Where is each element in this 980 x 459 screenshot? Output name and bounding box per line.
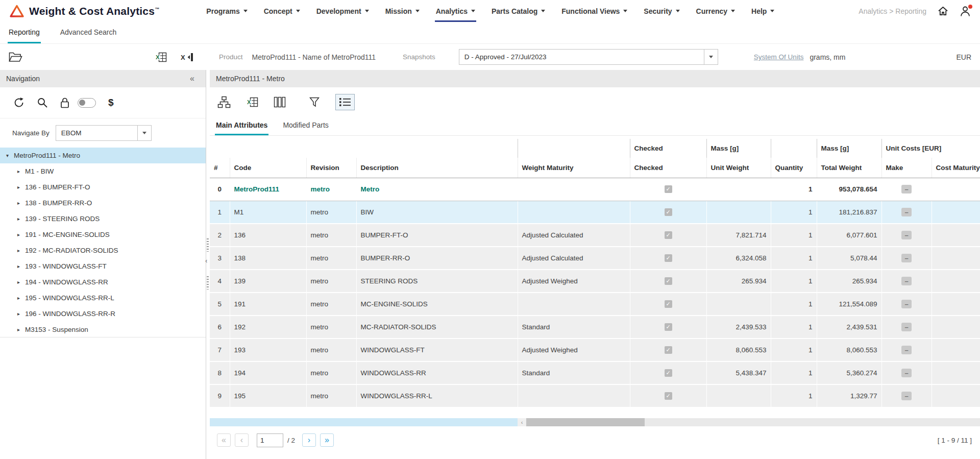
table-row[interactable]: 2 136 metro BUMPER-FT-O Adjusted Calcula… — [210, 224, 980, 247]
checked-checkbox[interactable]: ✓ — [665, 392, 672, 400]
cell-code[interactable]: M1 — [230, 201, 306, 224]
top-menu-item[interactable]: Analytics — [435, 0, 476, 22]
cell-code[interactable]: 191 — [230, 293, 306, 316]
home-button[interactable] — [938, 6, 948, 16]
table-row[interactable]: 5 191 metro MC-ENGINE-SOLIDS ✓ 1 121,554… — [210, 293, 980, 316]
last-page-button[interactable]: » — [320, 433, 334, 447]
caret-collapsed-icon[interactable]: ▸ — [17, 168, 25, 174]
table-row[interactable]: 1 M1 metro BIW ✓ 1 181,216.837 – — [210, 201, 980, 224]
hierarchy-view-button[interactable] — [216, 94, 232, 110]
make-collapse-button[interactable]: – — [901, 185, 912, 194]
top-menu-item[interactable]: Functional Views — [560, 0, 628, 22]
nav-tree-item[interactable]: ▸ 191 - MC-ENGINE-SOLIDS — [0, 227, 206, 243]
page-tab[interactable]: Advanced Search — [59, 22, 118, 43]
cell-revision[interactable]: metro — [306, 293, 356, 316]
col-header-checked[interactable]: Checked — [630, 158, 706, 178]
table-row[interactable]: 3 138 metro BUMPER-RR-O Adjusted Calcula… — [210, 247, 980, 270]
user-menu-button[interactable] — [960, 6, 971, 17]
make-collapse-button[interactable]: – — [901, 300, 912, 308]
col-header-weight-maturity[interactable]: Weight Maturity — [518, 158, 630, 178]
make-collapse-button[interactable]: – — [901, 208, 912, 216]
nav-tree-item[interactable]: ▸ 192 - MC-RADIATOR-SOLIDS — [0, 243, 206, 258]
collapse-panel-button[interactable]: « — [190, 74, 200, 83]
table-row[interactable]: 7 193 metro WINDOWGLASS-FT Adjusted Weig… — [210, 339, 980, 361]
cell-description[interactable]: Metro — [356, 178, 518, 201]
panel-splitter[interactable]: ‹ — [206, 70, 210, 459]
table-row[interactable]: 8 194 metro WINDOWGLASS-RR Standard ✓ 5,… — [210, 361, 980, 384]
column-chooser-button[interactable] — [272, 94, 287, 110]
top-menu-item[interactable]: Development — [315, 0, 370, 22]
checked-checkbox[interactable]: ✓ — [665, 346, 672, 354]
cell-revision[interactable]: metro — [306, 224, 356, 247]
checked-checkbox[interactable]: ✓ — [665, 369, 672, 377]
caret-collapsed-icon[interactable]: ▸ — [17, 216, 25, 222]
caret-collapsed-icon[interactable]: ▸ — [17, 295, 25, 301]
caret-collapsed-icon[interactable]: ▸ — [17, 232, 25, 237]
top-menu-item[interactable]: Mission — [384, 0, 421, 22]
navigate-by-dropdown-button[interactable] — [137, 126, 151, 140]
cell-code[interactable]: 139 — [230, 270, 306, 293]
scrollbar-track[interactable] — [645, 418, 980, 426]
checked-checkbox[interactable]: ✓ — [665, 208, 672, 216]
toggle-switch[interactable] — [78, 98, 96, 108]
nav-tree-item[interactable]: ▸ 139 - STEERING RODS — [0, 211, 206, 227]
table-row[interactable]: 0 MetroProd111 metro Metro ✓ 1 953,078.6… — [210, 178, 980, 201]
cell-code[interactable]: 193 — [230, 339, 306, 361]
make-collapse-button[interactable]: – — [901, 392, 912, 400]
navigate-by-select[interactable]: EBOM — [56, 125, 152, 141]
cell-revision[interactable]: metro — [306, 316, 356, 339]
nav-tree-item[interactable]: ▸ M3153 - Suspension — [0, 322, 206, 337]
top-menu-item[interactable]: Programs — [205, 0, 248, 22]
cell-description[interactable]: BIW — [356, 201, 518, 224]
nav-tree-item[interactable]: ▸ 194 - WINDOWGLASS-RR — [0, 274, 206, 290]
cell-code[interactable]: MetroProd111 — [230, 178, 306, 201]
excel-panel-toggle-button[interactable]: X — [181, 52, 193, 62]
checked-checkbox[interactable]: ✓ — [665, 231, 672, 239]
col-header-unit-weight[interactable]: Unit Weight — [706, 158, 771, 178]
col-header-make[interactable]: Make — [881, 158, 932, 178]
cell-revision[interactable]: metro — [306, 270, 356, 293]
checked-checkbox[interactable]: ✓ — [665, 254, 672, 262]
next-page-button[interactable]: › — [302, 433, 316, 447]
nav-tree-item[interactable]: ▸ 193 - WINDOWGLASS-FT — [0, 258, 206, 274]
nav-tree-root[interactable]: ▾ MetroProd111 - Metro — [0, 148, 206, 163]
nav-tree-item[interactable]: ▸ 138 - BUMPER-RR-O — [0, 195, 206, 211]
refresh-button[interactable] — [13, 97, 24, 108]
export-excel-button[interactable]: X — [155, 52, 167, 62]
checked-checkbox[interactable]: ✓ — [665, 185, 672, 193]
system-of-units-link[interactable]: System Of Units — [754, 53, 804, 61]
checked-checkbox[interactable]: ✓ — [665, 277, 672, 285]
lock-button[interactable] — [60, 97, 69, 108]
open-button[interactable] — [9, 52, 22, 63]
caret-collapsed-icon[interactable]: ▸ — [17, 279, 25, 285]
top-menu-item[interactable]: Concept — [263, 0, 301, 22]
caret-collapsed-icon[interactable]: ▸ — [17, 327, 25, 332]
filter-button[interactable] — [307, 94, 322, 110]
nav-tree-item[interactable]: ▸ 195 - WINDOWGLASS-RR-L — [0, 290, 206, 306]
main-tab[interactable]: Main Attributes — [215, 116, 268, 135]
snapshot-dropdown-button[interactable] — [704, 50, 718, 64]
cell-description[interactable]: BUMPER-FT-O — [356, 224, 518, 247]
cell-code[interactable]: 195 — [230, 384, 306, 407]
table-row[interactable]: 9 195 metro WINDOWGLASS-RR-L ✓ 1 1,329.7… — [210, 384, 980, 407]
col-header-num[interactable]: # — [210, 158, 230, 178]
cell-code[interactable]: 192 — [230, 316, 306, 339]
caret-collapsed-icon[interactable]: ▸ — [17, 200, 25, 206]
cell-code[interactable]: 136 — [230, 224, 306, 247]
col-header-code[interactable]: Code — [230, 158, 306, 178]
scrollbar-thumb[interactable] — [526, 418, 645, 426]
caret-expanded-icon[interactable]: ▾ — [6, 153, 14, 158]
checked-checkbox[interactable]: ✓ — [665, 300, 672, 308]
previous-page-button[interactable]: ‹ — [235, 433, 249, 447]
cell-revision[interactable]: metro — [306, 384, 356, 407]
make-collapse-button[interactable]: – — [901, 369, 912, 377]
cell-code[interactable]: 138 — [230, 247, 306, 270]
splitter-collapse-icon[interactable]: ‹ — [205, 257, 207, 264]
make-collapse-button[interactable]: – — [901, 277, 912, 285]
table-row[interactable]: 4 139 metro STEERING RODS Adjusted Weigh… — [210, 270, 980, 293]
search-button[interactable] — [37, 97, 48, 108]
cell-revision[interactable]: metro — [306, 361, 356, 384]
cell-revision[interactable]: metro — [306, 339, 356, 361]
cell-description[interactable]: MC-RADIATOR-SOLIDS — [356, 316, 518, 339]
nav-tree-item[interactable]: ▸ M1 - BIW — [0, 163, 206, 179]
